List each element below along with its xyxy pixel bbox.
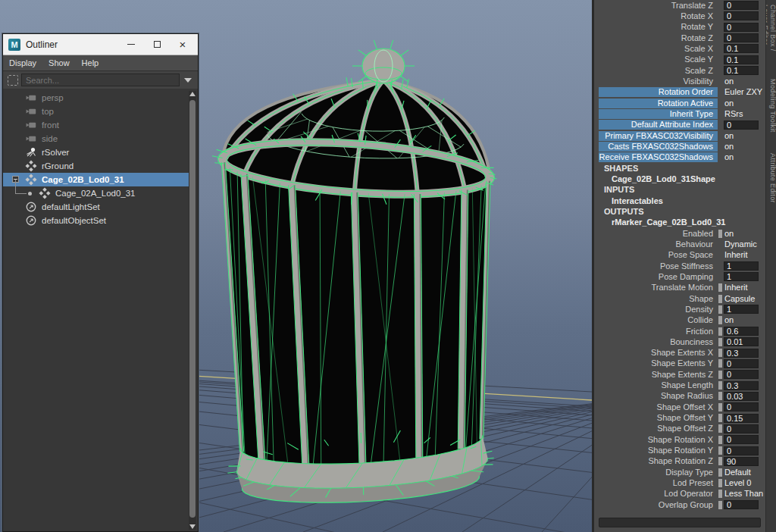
- channel-attr-label[interactable]: Density: [599, 305, 718, 315]
- channel-row-cage-02b-lod0-31shape[interactable]: Cage_02B_Lod0_31Shape Cage_02B_Lod0_31Sh…: [594, 174, 765, 184]
- channel-attr-label[interactable]: Pose Damping: [599, 272, 718, 282]
- channel-row-rotate-x[interactable]: Rotate X 0 0 Rotate X: [594, 11, 765, 21]
- sidebar-tab-modeling-toolkit[interactable]: Modeling Toolkit: [766, 77, 776, 146]
- outliner-item-cage-02a-lod0-31[interactable]: Cage_02A_Lod0_31: [3, 186, 189, 200]
- window-close-button[interactable]: ×: [172, 36, 193, 53]
- channel-value-field[interactable]: 0.01: [724, 337, 759, 346]
- channel-attr-label[interactable]: Shape Rotation Y: [599, 446, 718, 455]
- channel-attr-label[interactable]: Visibility: [599, 77, 718, 86]
- channel-value-text[interactable]: RSrs: [724, 109, 743, 119]
- channel-attr-label[interactable]: Shape: [599, 294, 718, 304]
- channel-value-field[interactable]: 0: [724, 370, 759, 379]
- channel-attr-label[interactable]: Shape Offset X: [599, 402, 718, 412]
- channel-row-inherit-type[interactable]: Inherit Type RSrs RSrs Inherit Type: [594, 108, 765, 119]
- channel-attr-label[interactable]: Display Type: [599, 468, 718, 477]
- channel-row-density[interactable]: Density 1 1 Density: [594, 304, 765, 315]
- channel-row-display-type[interactable]: Display Type Default Default Display Typ…: [594, 467, 765, 477]
- scrollbar-thumb[interactable]: [189, 100, 196, 518]
- channel-value-field[interactable]: 1: [724, 272, 759, 281]
- channel-value-text[interactable]: Dynamic: [724, 239, 757, 249]
- channel-value-field[interactable]: 0: [724, 424, 759, 433]
- channel-row-rotate-z[interactable]: Rotate Z 0 0 Rotate Z: [594, 33, 765, 43]
- channel-row-interactables[interactable]: Interactables Interactables: [594, 196, 765, 206]
- channel-attr-label[interactable]: Bounciness: [599, 337, 718, 347]
- channel-attr-label[interactable]: Scale Z: [599, 66, 718, 76]
- channel-attr-label[interactable]: Rotate X: [599, 11, 718, 21]
- channel-attr-label[interactable]: Shape Extents Y: [599, 358, 718, 368]
- channel-attr-label[interactable]: Pose Space: [599, 250, 718, 260]
- channel-attr-label[interactable]: Default Attribute Index: [599, 120, 718, 130]
- channel-row-inputs[interactable]: INPUTS INPUTS: [594, 185, 765, 196]
- outliner-item-rsolver[interactable]: rSolver: [3, 146, 189, 159]
- channel-row-behaviour[interactable]: Behaviour Dynamic Dynamic Behaviour: [594, 239, 765, 249]
- menu-item-help[interactable]: Help: [76, 58, 105, 67]
- channel-attr-label[interactable]: Receive FBXASC032Shadows: [599, 152, 718, 162]
- channel-row-rotate-y[interactable]: Rotate Y 0 0 Rotate Y: [594, 22, 765, 33]
- search-input[interactable]: [21, 74, 180, 86]
- scroll-up-icon[interactable]: [189, 92, 196, 96]
- channel-value-text[interactable]: Euler ZXY: [724, 87, 762, 97]
- channel-row-shape-rotation-x[interactable]: Shape Rotation X 0 0 Shape Rotation X: [594, 434, 765, 445]
- channel-attr-label[interactable]: Casts FBXASC032Shadows: [599, 142, 718, 152]
- channel-value-field[interactable]: 0: [724, 1, 759, 10]
- channel-attr-label[interactable]: Shape Radius: [599, 391, 718, 401]
- channel-attr-label[interactable]: Shape Length: [599, 380, 718, 390]
- channel-row-default-attribute-index[interactable]: Default Attribute Index 0 0 Default Attr…: [594, 120, 765, 130]
- menu-item-show[interactable]: Show: [42, 58, 76, 67]
- chevron-down-icon[interactable]: [184, 78, 192, 83]
- channel-row-translate-motion[interactable]: Translate Motion Inherit Inherit Transla…: [594, 283, 765, 293]
- channel-value-field[interactable]: 0: [724, 446, 759, 455]
- channel-attr-label[interactable]: Collide: [599, 315, 718, 325]
- channel-attr-label[interactable]: Lod Operator: [599, 489, 718, 499]
- channel-row-shape-offset-y[interactable]: Shape Offset Y 0.15 0.15 Shape Offset Y: [594, 412, 765, 423]
- channel-row-scale-y[interactable]: Scale Y 0.1 0.1 Scale Y: [594, 55, 765, 65]
- channel-value-field[interactable]: 0: [724, 23, 759, 32]
- channel-value-field[interactable]: 0.3: [724, 381, 759, 390]
- channel-attr-label[interactable]: Scale Y: [599, 55, 718, 64]
- channel-attr-label[interactable]: Shape Rotation Z: [599, 456, 718, 466]
- channel-row-pose-damping[interactable]: Pose Damping 1 1 Pose Damping: [594, 271, 765, 282]
- channel-row-primary-fbxasc032visibility[interactable]: Primary FBXASC032Visibility on on Primar…: [594, 130, 765, 141]
- channel-row-scale-x[interactable]: Scale X 0.1 0.1 Scale X: [594, 43, 765, 54]
- channel-value-text[interactable]: Level 0: [724, 478, 751, 488]
- channel-attr-label[interactable]: Rotate Z: [599, 33, 718, 43]
- channel-attr-label[interactable]: Inherit Type: [599, 109, 718, 119]
- outliner-titlebar[interactable]: M Outliner ×: [3, 34, 198, 55]
- outliner-item-top[interactable]: top: [3, 105, 189, 118]
- channel-value-field[interactable]: 90: [724, 457, 759, 466]
- channel-attr-label[interactable]: Rotate Y: [599, 22, 718, 32]
- channel-row-casts-fbxasc032shadows[interactable]: Casts FBXASC032Shadows on on Casts FBXAS…: [594, 141, 765, 152]
- channel-value-field[interactable]: 0: [724, 435, 759, 444]
- channel-value-field[interactable]: 0: [724, 33, 759, 42]
- channel-row-shape-extents-x[interactable]: Shape Extents X 0.3 0.3 Shape Extents X: [594, 348, 765, 358]
- channel-value-field[interactable]: 0.6: [724, 327, 759, 336]
- outliner-item-persp[interactable]: persp: [3, 91, 189, 105]
- sidebar-tab-attribute-editor[interactable]: Attribute Editor: [766, 152, 776, 220]
- channel-value-text[interactable]: on: [724, 99, 734, 108]
- channel-row-shape-length[interactable]: Shape Length 0.3 0.3 Shape Length: [594, 380, 765, 390]
- channel-row-receive-fbxasc032shadows[interactable]: Receive FBXASC032Shadows on on Receive F…: [594, 152, 765, 163]
- channel-row-shapes[interactable]: SHAPES SHAPES: [594, 163, 765, 174]
- channel-row-collide[interactable]: Collide on on Collide: [594, 315, 765, 326]
- channel-value-text[interactable]: Less Than: [724, 489, 763, 499]
- channel-value-field[interactable]: 0: [724, 500, 759, 509]
- outliner-scrollbar[interactable]: [189, 91, 196, 530]
- channel-value-text[interactable]: Default: [724, 468, 751, 477]
- channel-value-text[interactable]: on: [724, 77, 734, 86]
- channel-value-text[interactable]: Inherit: [724, 283, 748, 293]
- window-minimize-button[interactable]: [120, 36, 142, 53]
- channel-value-field[interactable]: 1: [724, 261, 759, 271]
- channel-attr-label[interactable]: Primary FBXASC032Visibility: [599, 131, 718, 141]
- channel-value-text[interactable]: on: [724, 131, 734, 141]
- channel-row-translate-z[interactable]: Translate Z 0 0 Translate Z: [594, 0, 765, 11]
- channel-row-shape-extents-y[interactable]: Shape Extents Y 0 0 Shape Extents Y: [594, 358, 765, 369]
- channel-value-field[interactable]: 0.1: [724, 66, 759, 75]
- channel-value-field[interactable]: 0.15: [724, 414, 759, 423]
- channel-attr-label[interactable]: Scale X: [599, 44, 718, 54]
- outliner-item-defaultobjectset[interactable]: defaultObjectSet: [3, 214, 189, 227]
- channel-row-bounciness[interactable]: Bounciness 0.01 0.01 Bounciness: [594, 336, 765, 347]
- channel-attr-label[interactable]: Shape Offset Y: [599, 413, 718, 423]
- channel-attr-label[interactable]: Rotation Active: [599, 99, 718, 108]
- outliner-item-side[interactable]: side: [3, 132, 189, 146]
- channel-row-shape-rotation-y[interactable]: Shape Rotation Y 0 0 Shape Rotation Y: [594, 445, 765, 455]
